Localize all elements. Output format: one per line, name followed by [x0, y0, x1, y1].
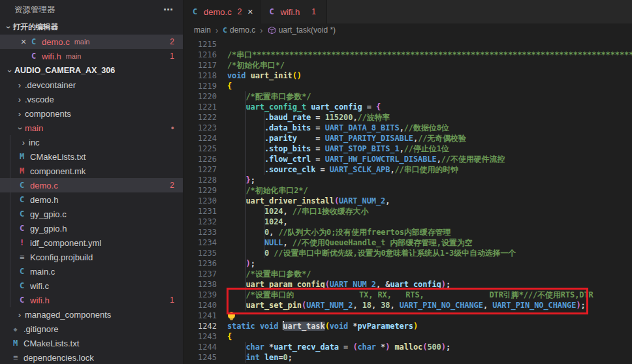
code-line[interactable]: 1234 NULL, //不使用QueueHandle_t 内部缓存管理,设置为… [183, 237, 632, 248]
line-number[interactable]: 1217 [183, 60, 217, 70]
line-number[interactable]: 1243 [183, 331, 217, 342]
code-line[interactable]: 1225 .stop_bits = UART_STOP_BITS_1,//停止位… [183, 144, 632, 154]
tree-item-inc[interactable]: ›inc [0, 135, 183, 149]
code-line[interactable]: 1236 ); [183, 258, 632, 269]
line-number[interactable]: 1218 [183, 70, 217, 81]
line-number[interactable]: 1236 [183, 258, 217, 269]
open-editors-header[interactable]: › 打开的编辑器 [0, 20, 183, 35]
code-line[interactable]: 1245 int len=0; [183, 352, 632, 363]
code-line[interactable]: 1220 /*配置串口参数*/ [183, 91, 632, 102]
line-number[interactable]: 1235 [183, 248, 217, 258]
open-editor-demo.c[interactable]: ×Cdemo.cmain2 [0, 35, 183, 49]
line-number[interactable]: 1216 [183, 50, 217, 60]
line-number[interactable]: 1219 [183, 81, 217, 91]
tree-item-CMakeLists.txt[interactable]: MCMakeLists.txt [0, 336, 183, 350]
line-number[interactable]: 1220 [183, 91, 217, 102]
line-number[interactable]: 1231 [183, 206, 217, 217]
tree-item-gy_gpio.h[interactable]: Cgy_gpio.h [0, 221, 183, 235]
code-line[interactable]: 1217/*初始化串口*/ [183, 60, 632, 70]
close-icon[interactable]: × [247, 7, 253, 17]
line-number[interactable]: 1225 [183, 144, 217, 154]
tree-item-demo.h[interactable]: Cdemo.h [0, 192, 183, 207]
more-actions-icon[interactable]: ⋯ [163, 4, 174, 16]
tree-item-.devcontainer[interactable]: ›.devcontainer [0, 78, 183, 92]
code-line[interactable]: 1239 /*设置串口的 TX, RX, RTS, DTR引脚*///不使用RT… [183, 290, 632, 300]
code-line[interactable]: 1237 /*设置串口参数*/ [183, 269, 632, 279]
code-line[interactable]: 1231 1024, //串口1接收缓存大小 [183, 206, 632, 217]
line-number[interactable]: 1226 [183, 154, 217, 164]
tree-item-component.mk[interactable]: Mcomponent.mk [0, 164, 183, 178]
code-line[interactable]: 1221 uart_config_t uart_config = { [183, 102, 632, 112]
line-number[interactable]: 1239 [183, 290, 217, 300]
tree-item-.vscode[interactable]: ›.vscode [0, 92, 183, 106]
tree-item-AUDIO_CAMERA_AX_306[interactable]: ›AUDIO_CAMERA_AX_306 [0, 63, 183, 78]
code-line[interactable]: 1233 0, //队列大小为0;没有使用freertos内部缓存管理 [183, 227, 632, 237]
code-line[interactable]: 1226 .flow_ctrl = UART_HW_FLOWCTRL_DISAB… [183, 154, 632, 164]
c-file-icon: C [17, 224, 27, 233]
line-number[interactable]: 1245 [183, 352, 217, 363]
breadcrumb-item-main[interactable]: main [194, 25, 211, 35]
tree-item-CMakeLists.txt[interactable]: MCMakeLists.txt [0, 149, 183, 164]
line-number[interactable]: 1230 [183, 196, 217, 206]
breadcrumb-item-demo.c[interactable]: Cdemo.c [223, 25, 255, 35]
tree-item-managed_components[interactable]: ›managed_components [0, 307, 183, 322]
open-editor-wifi.h[interactable]: Cwifi.hmain1 [0, 49, 183, 63]
code-line[interactable]: 1241 [183, 311, 632, 321]
code-line[interactable]: 1238 uart_param_config(UART_NUM_2, &uart… [183, 279, 632, 290]
close-icon[interactable]: × [18, 37, 29, 47]
code-line[interactable]: 1219{ [183, 81, 632, 91]
line-number[interactable]: 1240 [183, 300, 217, 311]
code-editor[interactable]: 12151216/*串口****************************… [183, 37, 632, 364]
lightbulb-icon[interactable] [228, 312, 235, 319]
code-line[interactable]: 1232 1024, [183, 217, 632, 227]
line-number[interactable]: 1228 [183, 175, 217, 185]
line-number[interactable]: 1237 [183, 269, 217, 279]
line-number[interactable]: 1222 [183, 112, 217, 123]
line-number[interactable]: 1227 [183, 164, 217, 175]
breadcrumb-item-uart_task(void *)[interactable]: uart_task(void *) [268, 25, 336, 35]
line-number[interactable]: 1233 [183, 227, 217, 237]
code-line[interactable]: 1240 uart_set_pin(UART_NUM_2, 18, 38, UA… [183, 300, 632, 311]
tab-demo.c[interactable]: Cdemo.c2× [183, 0, 261, 23]
line-number[interactable]: 1242 [183, 321, 217, 331]
tree-item-wifi.c[interactable]: Cwifi.c [0, 279, 183, 293]
line-number[interactable]: 1241 [183, 311, 217, 321]
line-number[interactable]: 1224 [183, 133, 217, 144]
code-line[interactable]: 1229 /*初始化串口2*/ [183, 185, 632, 196]
tree-item-gy_gpio.c[interactable]: Cgy_gpio.c [0, 207, 183, 221]
code-line[interactable]: 1244 char *uart_recv_data = (char *) mal… [183, 342, 632, 352]
line-number[interactable]: 1238 [183, 279, 217, 290]
tree-item-main[interactable]: ›main● [0, 121, 183, 135]
line-number[interactable]: 1215 [183, 39, 217, 50]
problems-badge: 1 [170, 296, 174, 305]
code-line[interactable]: 1216/*串口********************************… [183, 50, 632, 60]
code-line[interactable]: 1243{ [183, 331, 632, 342]
tab-wifi.h[interactable]: Cwifi.h1 [261, 0, 327, 23]
code-line[interactable]: 1230 uart_driver_install(UART_NUM_2, [183, 196, 632, 206]
line-number[interactable]: 1232 [183, 217, 217, 227]
line-number[interactable]: 1244 [183, 342, 217, 352]
line-number[interactable]: 1234 [183, 237, 217, 248]
line-number[interactable]: 1223 [183, 123, 217, 133]
tree-item-components[interactable]: ›components [0, 106, 183, 121]
code-line[interactable]: 1235 0 //设置串口中断优先级,设置为0意味着让系统从1-3级中自动选择一… [183, 248, 632, 258]
code-line[interactable]: 1215 [183, 39, 632, 50]
code-line[interactable]: 1242static void uart_task(void *pvParame… [183, 321, 632, 331]
code-line[interactable]: 1227 .source_clk = UART_SCLK_APB,//串口使用的… [183, 164, 632, 175]
tree-item-Kconfig.projbuild[interactable]: ≡Kconfig.projbuild [0, 250, 183, 264]
code-line[interactable]: 1228 }; [183, 175, 632, 185]
code-line[interactable]: 1222 .baud_rate = 115200,//波特率 [183, 112, 632, 123]
c-file-icon: C [17, 296, 27, 305]
code-line[interactable]: 1218void uart_init() [183, 70, 632, 81]
line-number[interactable]: 1221 [183, 102, 217, 112]
code-line[interactable]: 1223 .data_bits = UART_DATA_8_BITS,//数据位… [183, 123, 632, 133]
code-line-text: 1024, [227, 217, 288, 227]
tree-item-idf_component.yml[interactable]: !idf_component.yml [0, 235, 183, 250]
tree-item-main.c[interactable]: Cmain.c [0, 264, 183, 279]
tree-item-demo.c[interactable]: Cdemo.c2 [0, 178, 183, 192]
tree-item-dependencies.lock[interactable]: ≡dependencies.lock [0, 350, 183, 364]
tree-item-.gitignore[interactable]: ◆.gitignore [0, 322, 183, 336]
code-line[interactable]: 1224 .parity = UART_PARITY_DISABLE,//无奇偶… [183, 133, 632, 144]
line-number[interactable]: 1229 [183, 185, 217, 196]
tree-item-wifi.h[interactable]: Cwifi.h1 [0, 293, 183, 307]
